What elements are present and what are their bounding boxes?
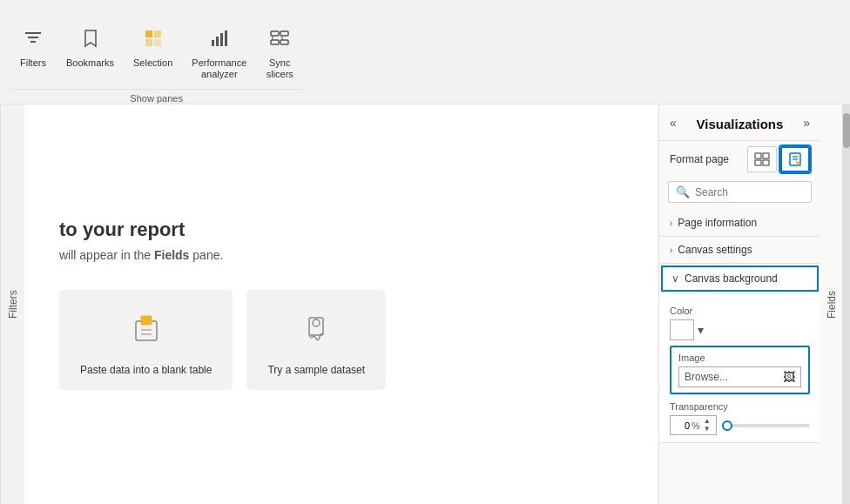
- panel-arrows: « Visualizations »: [659, 104, 820, 141]
- svg-rect-7: [212, 40, 214, 46]
- spin-down-btn[interactable]: ▼: [702, 426, 712, 433]
- card-sample-label: Try a sample dataset: [267, 364, 365, 376]
- svg-rect-5: [145, 39, 152, 46]
- image-section: Image Browse... 🖼: [670, 346, 810, 394]
- accordion-page-info: › Page information: [659, 210, 820, 237]
- accordion-canvas-settings-header[interactable]: › Canvas settings: [659, 237, 820, 263]
- viz-title: Visualizations: [686, 110, 794, 135]
- search-box[interactable]: 🔍: [668, 181, 812, 203]
- canvas-area: to your report will appear in the Fields…: [24, 104, 658, 504]
- canvas-settings-label: Canvas settings: [678, 244, 752, 256]
- svg-rect-10: [225, 30, 227, 46]
- color-box[interactable]: [670, 319, 694, 340]
- chevron-right-icon: ›: [670, 218, 672, 228]
- sync-slicers-label: Syncslicers: [266, 57, 293, 80]
- canvas-bg-label: Canvas background: [685, 272, 778, 285]
- accordion-canvas-settings: › Canvas settings: [659, 237, 820, 264]
- sample-icon: [299, 311, 334, 353]
- toolbar-item-sync-slicers[interactable]: Syncslicers: [257, 23, 302, 85]
- collapse-left-btn[interactable]: «: [666, 110, 680, 135]
- svg-point-22: [313, 319, 320, 326]
- svg-rect-2: [30, 41, 36, 43]
- format-icons: [747, 146, 810, 172]
- svg-rect-4: [154, 30, 161, 37]
- bookmarks-label: Bookmarks: [66, 57, 114, 69]
- format-page-btn[interactable]: [780, 146, 810, 172]
- accordion-canvas-bg-header[interactable]: ∨ Canvas background: [661, 265, 819, 292]
- svg-rect-6: [154, 39, 161, 46]
- right-panel: « Visualizations » Format page: [658, 104, 850, 504]
- svg-rect-12: [280, 31, 288, 36]
- transparency-row: Transparency 0 % ▲ ▼: [670, 401, 810, 435]
- svg-rect-24: [763, 153, 769, 158]
- page-info-label: Page information: [678, 217, 757, 229]
- sync-slicers-icon: [269, 28, 290, 54]
- toolbar-items: Filters Bookmarks: [10, 23, 302, 85]
- search-icon: 🔍: [676, 185, 690, 198]
- browse-icon: 🖼: [783, 370, 795, 384]
- accordion-canvas-bg: ∨ Canvas background Color ▾ Image Browse…: [659, 264, 820, 443]
- show-panes-section: Filters Bookmarks: [10, 23, 302, 104]
- color-field-label: Color: [670, 306, 810, 316]
- format-label: Format page: [670, 153, 742, 165]
- browse-row[interactable]: Browse... 🖼: [678, 366, 801, 387]
- svg-rect-23: [755, 153, 761, 158]
- svg-rect-11: [271, 31, 279, 36]
- format-grid-btn[interactable]: [747, 146, 777, 172]
- performance-icon: [209, 28, 230, 54]
- show-panes-label: Show panes: [10, 89, 302, 104]
- transparency-control: 0 % ▲ ▼: [670, 415, 810, 435]
- filters-label: Filters: [20, 57, 46, 69]
- card-paste-label: Paste data into a blank table: [80, 364, 212, 376]
- svg-rect-0: [25, 32, 41, 34]
- expand-right-btn[interactable]: »: [799, 110, 813, 135]
- fields-side-tab[interactable]: Fields: [820, 104, 843, 504]
- canvas-sub-bold: Fields: [154, 248, 189, 262]
- accordion-page-info-header[interactable]: › Page information: [659, 210, 820, 236]
- selection-icon: [143, 28, 164, 54]
- toolbar-item-performance[interactable]: Performanceanalyzer: [183, 23, 255, 85]
- svg-rect-1: [28, 37, 38, 38]
- color-picker-row: ▾: [670, 319, 810, 340]
- search-input[interactable]: [695, 186, 820, 198]
- paste-icon: [129, 311, 164, 353]
- bookmarks-icon: [80, 28, 101, 54]
- svg-rect-13: [271, 40, 279, 44]
- canvas-card-sample[interactable]: Try a sample dataset: [246, 290, 386, 390]
- svg-rect-14: [280, 40, 288, 44]
- canvas-main-text: to your report: [59, 218, 185, 241]
- spin-up-btn[interactable]: ▲: [702, 418, 712, 425]
- main-area: Filters to your report will appear in th…: [0, 104, 850, 504]
- svg-rect-26: [763, 160, 769, 165]
- svg-rect-25: [755, 160, 761, 165]
- toolbar-item-filters[interactable]: Filters: [10, 23, 56, 85]
- chevron-down-icon: ∨: [671, 272, 679, 285]
- svg-rect-8: [216, 37, 219, 46]
- slider-thumb: [722, 420, 732, 431]
- chevron-right-icon2: ›: [670, 245, 672, 255]
- canvas-sub-prefix: will appear in the: [59, 248, 154, 262]
- scroll-area[interactable]: [843, 104, 850, 504]
- filters-icon: [23, 28, 44, 54]
- canvas-bg-content: Color ▾ Image Browse... 🖼: [659, 293, 820, 442]
- canvas-sub-text: will appear in the Fields pane.: [59, 248, 223, 262]
- toolbar: Filters Bookmarks: [0, 0, 850, 104]
- toolbar-item-bookmarks[interactable]: Bookmarks: [57, 23, 123, 85]
- transparency-input-group[interactable]: 0 % ▲ ▼: [670, 415, 717, 435]
- toolbar-item-selection[interactable]: Selection: [125, 23, 181, 85]
- canvas-cards: Paste data into a blank table Try a samp…: [59, 290, 386, 390]
- canvas-sub-suffix: pane.: [189, 248, 223, 262]
- svg-rect-18: [141, 316, 152, 325]
- svg-rect-9: [220, 33, 223, 46]
- viz-panel: « Visualizations » Format page: [659, 104, 820, 504]
- transparency-label: Transparency: [670, 401, 810, 412]
- filters-side-tab[interactable]: Filters: [0, 104, 24, 504]
- format-row: Format page: [659, 141, 820, 178]
- canvas-card-paste[interactable]: Paste data into a blank table: [59, 290, 233, 390]
- transparency-slider[interactable]: [722, 424, 810, 427]
- performance-label: Performanceanalyzer: [192, 57, 246, 80]
- transparency-value: 0: [674, 420, 690, 431]
- color-dropdown-icon[interactable]: ▾: [698, 323, 704, 337]
- pct-sign: %: [691, 420, 700, 431]
- scroll-thumb: [843, 113, 850, 148]
